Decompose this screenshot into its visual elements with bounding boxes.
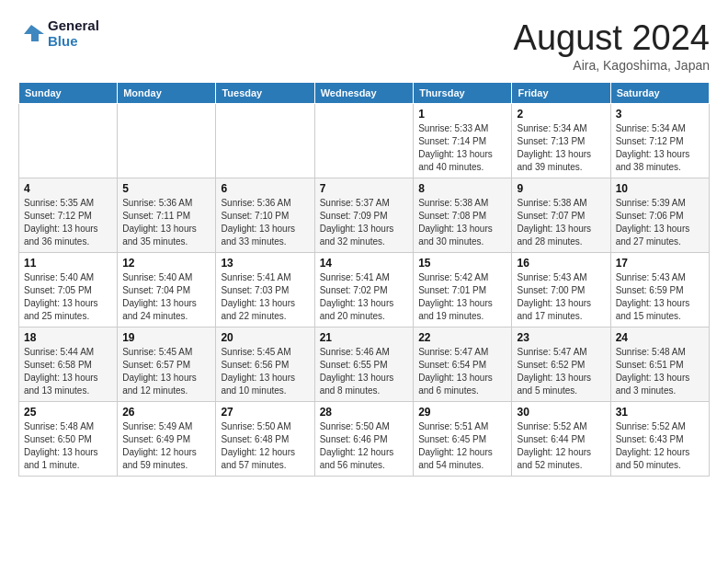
logo-bird-icon xyxy=(18,21,44,47)
calendar-cell: 15Sunrise: 5:42 AM Sunset: 7:01 PM Dayli… xyxy=(414,253,512,327)
calendar-cell xyxy=(118,104,216,178)
day-info: Sunrise: 5:34 AM Sunset: 7:13 PM Dayligh… xyxy=(517,122,605,174)
weekday-header-sunday: Sunday xyxy=(19,83,118,104)
weekday-header-tuesday: Tuesday xyxy=(216,83,314,104)
calendar-cell: 19Sunrise: 5:45 AM Sunset: 6:57 PM Dayli… xyxy=(118,327,216,402)
calendar-cell: 30Sunrise: 5:52 AM Sunset: 6:44 PM Dayli… xyxy=(512,402,610,477)
day-number: 6 xyxy=(221,182,309,195)
page-header: General Blue August 2024 Aira, Kagoshima… xyxy=(18,18,710,73)
day-number: 24 xyxy=(616,331,704,344)
day-number: 31 xyxy=(616,406,704,419)
day-info: Sunrise: 5:45 AM Sunset: 6:56 PM Dayligh… xyxy=(221,346,309,397)
day-info: Sunrise: 5:46 AM Sunset: 6:55 PM Dayligh… xyxy=(320,346,409,397)
day-info: Sunrise: 5:51 AM Sunset: 6:45 PM Dayligh… xyxy=(418,420,506,472)
day-info: Sunrise: 5:45 AM Sunset: 6:57 PM Dayligh… xyxy=(122,346,210,397)
calendar-cell: 23Sunrise: 5:47 AM Sunset: 6:52 PM Dayli… xyxy=(512,327,610,402)
day-number: 14 xyxy=(320,257,409,270)
day-number: 10 xyxy=(616,182,704,195)
calendar-cell: 6Sunrise: 5:36 AM Sunset: 7:10 PM Daylig… xyxy=(216,178,314,253)
day-info: Sunrise: 5:47 AM Sunset: 6:52 PM Dayligh… xyxy=(517,346,605,397)
calendar-cell: 26Sunrise: 5:49 AM Sunset: 6:49 PM Dayli… xyxy=(118,402,216,477)
day-number: 3 xyxy=(616,108,704,121)
calendar-cell: 24Sunrise: 5:48 AM Sunset: 6:51 PM Dayli… xyxy=(610,327,709,402)
day-info: Sunrise: 5:39 AM Sunset: 7:06 PM Dayligh… xyxy=(616,197,704,248)
day-number: 23 xyxy=(517,331,605,344)
day-number: 4 xyxy=(24,182,112,195)
svg-marker-0 xyxy=(24,25,44,41)
day-info: Sunrise: 5:40 AM Sunset: 7:05 PM Dayligh… xyxy=(24,271,112,323)
calendar-cell: 3Sunrise: 5:34 AM Sunset: 7:12 PM Daylig… xyxy=(610,104,709,178)
logo-container: General Blue xyxy=(18,18,99,49)
day-info: Sunrise: 5:52 AM Sunset: 6:43 PM Dayligh… xyxy=(616,420,704,472)
calendar-cell xyxy=(216,104,314,178)
day-info: Sunrise: 5:40 AM Sunset: 7:04 PM Dayligh… xyxy=(122,271,210,323)
calendar-cell: 1Sunrise: 5:33 AM Sunset: 7:14 PM Daylig… xyxy=(414,104,512,178)
day-number: 22 xyxy=(418,331,506,344)
day-number: 20 xyxy=(221,331,309,344)
day-number: 19 xyxy=(122,331,210,344)
calendar-cell: 11Sunrise: 5:40 AM Sunset: 7:05 PM Dayli… xyxy=(19,253,118,327)
day-number: 7 xyxy=(320,182,409,195)
calendar-cell: 13Sunrise: 5:41 AM Sunset: 7:03 PM Dayli… xyxy=(216,253,314,327)
location-subtitle: Aira, Kagoshima, Japan xyxy=(514,58,710,73)
calendar-cell xyxy=(19,104,118,178)
day-info: Sunrise: 5:50 AM Sunset: 6:46 PM Dayligh… xyxy=(320,420,409,472)
calendar-cell: 27Sunrise: 5:50 AM Sunset: 6:48 PM Dayli… xyxy=(216,402,314,477)
weekday-header-wednesday: Wednesday xyxy=(314,83,414,104)
logo: General Blue xyxy=(18,18,99,49)
day-info: Sunrise: 5:35 AM Sunset: 7:12 PM Dayligh… xyxy=(24,197,112,248)
day-info: Sunrise: 5:43 AM Sunset: 6:59 PM Dayligh… xyxy=(616,271,704,323)
day-info: Sunrise: 5:36 AM Sunset: 7:11 PM Dayligh… xyxy=(122,197,210,248)
weekday-header-saturday: Saturday xyxy=(610,83,709,104)
calendar-cell: 8Sunrise: 5:38 AM Sunset: 7:08 PM Daylig… xyxy=(414,178,512,253)
weekday-header-monday: Monday xyxy=(118,83,216,104)
day-number: 5 xyxy=(122,182,210,195)
day-info: Sunrise: 5:49 AM Sunset: 6:49 PM Dayligh… xyxy=(122,420,210,472)
calendar-cell: 5Sunrise: 5:36 AM Sunset: 7:11 PM Daylig… xyxy=(118,178,216,253)
day-info: Sunrise: 5:43 AM Sunset: 7:00 PM Dayligh… xyxy=(517,271,605,323)
day-number: 12 xyxy=(122,257,210,270)
day-info: Sunrise: 5:41 AM Sunset: 7:02 PM Dayligh… xyxy=(320,271,409,323)
calendar-table: SundayMondayTuesdayWednesdayThursdayFrid… xyxy=(18,82,710,477)
day-info: Sunrise: 5:50 AM Sunset: 6:48 PM Dayligh… xyxy=(221,420,309,472)
calendar-cell: 16Sunrise: 5:43 AM Sunset: 7:00 PM Dayli… xyxy=(512,253,610,327)
day-number: 13 xyxy=(221,257,309,270)
calendar-cell: 22Sunrise: 5:47 AM Sunset: 6:54 PM Dayli… xyxy=(414,327,512,402)
day-number: 26 xyxy=(122,406,210,419)
day-info: Sunrise: 5:44 AM Sunset: 6:58 PM Dayligh… xyxy=(24,346,112,397)
logo-text-general: General xyxy=(48,18,99,34)
day-info: Sunrise: 5:38 AM Sunset: 7:08 PM Dayligh… xyxy=(418,197,506,248)
calendar-cell: 29Sunrise: 5:51 AM Sunset: 6:45 PM Dayli… xyxy=(414,402,512,477)
day-number: 21 xyxy=(320,331,409,344)
day-number: 15 xyxy=(418,257,506,270)
day-info: Sunrise: 5:37 AM Sunset: 7:09 PM Dayligh… xyxy=(320,197,409,248)
day-info: Sunrise: 5:47 AM Sunset: 6:54 PM Dayligh… xyxy=(418,346,506,397)
weekday-header-friday: Friday xyxy=(512,83,610,104)
day-info: Sunrise: 5:52 AM Sunset: 6:44 PM Dayligh… xyxy=(517,420,605,472)
month-title: August 2024 xyxy=(514,18,710,58)
calendar-cell: 4Sunrise: 5:35 AM Sunset: 7:12 PM Daylig… xyxy=(19,178,118,253)
calendar-cell: 18Sunrise: 5:44 AM Sunset: 6:58 PM Dayli… xyxy=(19,327,118,402)
day-info: Sunrise: 5:33 AM Sunset: 7:14 PM Dayligh… xyxy=(418,122,506,174)
day-number: 9 xyxy=(517,182,605,195)
calendar-cell: 10Sunrise: 5:39 AM Sunset: 7:06 PM Dayli… xyxy=(610,178,709,253)
calendar-cell: 2Sunrise: 5:34 AM Sunset: 7:13 PM Daylig… xyxy=(512,104,610,178)
calendar-cell xyxy=(314,104,414,178)
calendar-cell: 20Sunrise: 5:45 AM Sunset: 6:56 PM Dayli… xyxy=(216,327,314,402)
day-number: 8 xyxy=(418,182,506,195)
calendar-cell: 21Sunrise: 5:46 AM Sunset: 6:55 PM Dayli… xyxy=(314,327,414,402)
day-number: 29 xyxy=(418,406,506,419)
day-info: Sunrise: 5:48 AM Sunset: 6:51 PM Dayligh… xyxy=(616,346,704,397)
day-info: Sunrise: 5:42 AM Sunset: 7:01 PM Dayligh… xyxy=(418,271,506,323)
calendar-cell: 17Sunrise: 5:43 AM Sunset: 6:59 PM Dayli… xyxy=(610,253,709,327)
title-area: August 2024 Aira, Kagoshima, Japan xyxy=(514,18,710,73)
day-number: 1 xyxy=(418,108,506,121)
calendar-cell: 12Sunrise: 5:40 AM Sunset: 7:04 PM Dayli… xyxy=(118,253,216,327)
day-number: 2 xyxy=(517,108,605,121)
calendar-cell: 25Sunrise: 5:48 AM Sunset: 6:50 PM Dayli… xyxy=(19,402,118,477)
day-info: Sunrise: 5:38 AM Sunset: 7:07 PM Dayligh… xyxy=(517,197,605,248)
calendar-cell: 31Sunrise: 5:52 AM Sunset: 6:43 PM Dayli… xyxy=(610,402,709,477)
logo-text-blue: Blue xyxy=(48,34,99,50)
day-number: 17 xyxy=(616,257,704,270)
calendar-cell: 9Sunrise: 5:38 AM Sunset: 7:07 PM Daylig… xyxy=(512,178,610,253)
